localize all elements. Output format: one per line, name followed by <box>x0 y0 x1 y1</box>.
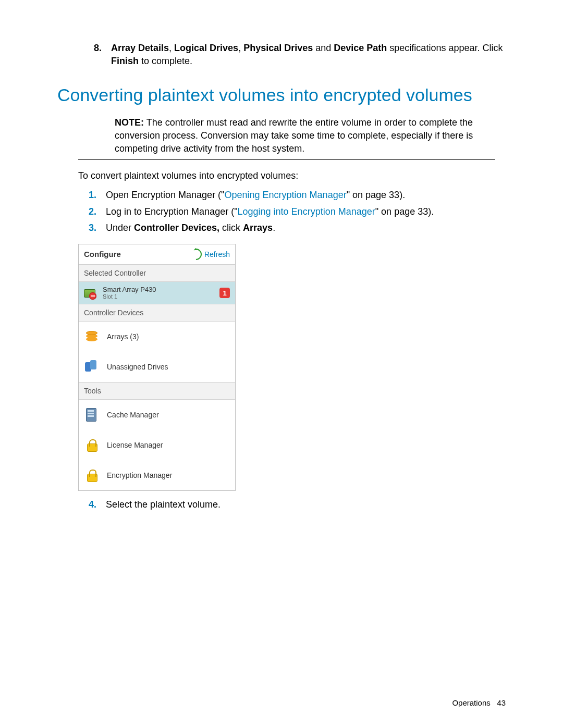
controller-devices-label: Controller Devices <box>79 304 235 322</box>
drives-icon <box>84 359 100 375</box>
step-number: 3. <box>86 221 96 235</box>
note-block: NOTE: The controller must read and rewri… <box>115 116 495 156</box>
cache-manager-item[interactable]: Cache Manager <box>79 400 235 430</box>
lock-icon <box>84 437 100 453</box>
step-text: Open Encryption Manager ("Opening Encryp… <box>106 189 506 202</box>
link-logging-em[interactable]: Logging into Encryption Manager <box>238 206 375 217</box>
link-opening-em[interactable]: Opening Encryption Manager <box>225 190 347 200</box>
step-number: 8. <box>86 42 102 68</box>
selected-controller-label: Selected Controller <box>79 264 235 282</box>
divider <box>78 159 495 160</box>
server-icon <box>84 407 100 423</box>
step-text: Select the plaintext volume. <box>106 498 506 511</box>
step-number: 4. <box>86 498 96 511</box>
lock-icon <box>84 467 100 483</box>
step-text: Log in to Encryption Manager ("Logging i… <box>106 205 506 218</box>
step-text: Under Controller Devices, click Arrays. <box>106 221 506 235</box>
alert-badge: 1 <box>219 288 230 298</box>
step-number: 2. <box>86 205 96 218</box>
controller-name: Smart Array P430 Slot 1 <box>103 286 156 300</box>
unassigned-drives-item[interactable]: Unassigned Drives <box>79 352 235 382</box>
configure-panel: Configure Refresh Selected Controller Sm… <box>78 244 236 491</box>
arrays-item[interactable]: Arrays (3) <box>79 322 235 352</box>
tools-label: Tools <box>79 382 235 400</box>
controller-icon <box>84 287 99 299</box>
license-manager-item[interactable]: License Manager <box>79 430 235 460</box>
page-footer: Operations 43 <box>452 698 506 707</box>
section-title: Converting plaintext volumes into encryp… <box>57 83 506 106</box>
step-number: 1. <box>86 189 96 202</box>
encryption-manager-item[interactable]: Encryption Manager <box>79 460 235 490</box>
selected-controller-row[interactable]: Smart Array P430 Slot 1 1 <box>79 282 235 304</box>
intro-text: To convert plaintext volumes into encryp… <box>78 169 506 182</box>
arrays-icon <box>84 329 100 344</box>
step-text: Array Details, Logical Drives, Physical … <box>111 42 506 68</box>
refresh-icon <box>188 246 204 262</box>
refresh-button[interactable]: Refresh <box>190 249 230 260</box>
panel-title: Configure <box>84 250 121 258</box>
